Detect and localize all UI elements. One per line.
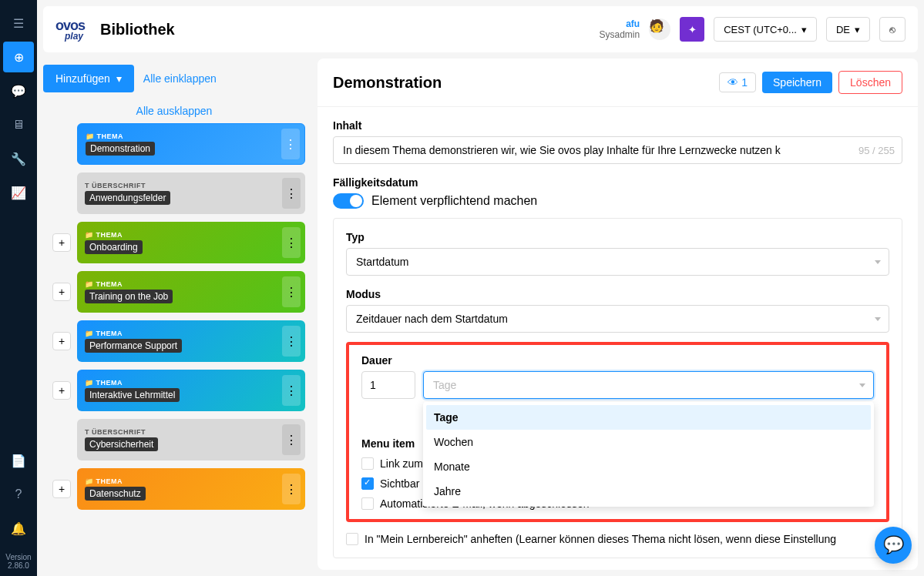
chat-fab[interactable]: 💬 — [875, 527, 912, 564]
duration-label: Dauer — [361, 354, 874, 367]
more-icon[interactable]: ⋮ — [281, 129, 300, 159]
detail-panel: Demonstration 👁 1 Speichern Löschen Inha… — [318, 59, 918, 570]
char-count: 95 / 255 — [858, 145, 895, 156]
tree-add-button[interactable]: + — [52, 480, 71, 498]
tree-item-label: Training on the Job — [85, 290, 173, 303]
sidebar-notify-icon[interactable]: 🔔 — [3, 513, 34, 544]
version-label: Version — [5, 553, 31, 561]
version-value: 2.86.0 — [5, 561, 31, 570]
logout-button[interactable]: ⎋ — [879, 17, 906, 42]
tree-add-button[interactable]: + — [52, 233, 71, 252]
page-title: Bibliothek — [100, 21, 175, 39]
pin-checkbox[interactable] — [346, 533, 358, 545]
more-icon[interactable]: ⋮ — [282, 178, 301, 209]
tree-add-button[interactable]: + — [52, 283, 71, 301]
folder-icon: 📁 THEMA — [86, 132, 297, 140]
eye-icon: 👁 — [727, 76, 738, 89]
mode-label: Modus — [346, 288, 889, 300]
topbar: ovos play Bibliothek afu Sysadmin 🧑 ✦ CE… — [43, 6, 918, 52]
views-badge[interactable]: 👁 1 — [719, 72, 756, 92]
heading-icon: T ÜBERSCHRIFT — [85, 182, 297, 189]
heading-icon: T ÜBERSCHRIFT — [85, 428, 297, 436]
mode-select[interactable]: Zeitdauer nach dem Startdatum — [346, 305, 889, 333]
type-label: Typ — [346, 231, 889, 243]
delete-button[interactable]: Löschen — [838, 71, 902, 94]
dropdown-option[interactable]: Jahre — [426, 479, 871, 504]
more-icon[interactable]: ⋮ — [282, 227, 301, 258]
tree-item-label: Performance Support — [85, 339, 182, 353]
content-input[interactable] — [333, 136, 902, 164]
more-icon[interactable]: ⋮ — [282, 474, 301, 504]
sidebar-add-icon[interactable]: ⊕ — [3, 42, 34, 72]
sidebar-chat-icon[interactable]: 💬 — [3, 75, 34, 106]
library-tree-panel: Hinzufügen▾ Alle einklappen Alle ausklap… — [43, 59, 305, 570]
magic-button[interactable]: ✦ — [680, 17, 704, 42]
dropdown-option[interactable]: Wochen — [426, 430, 871, 454]
more-icon[interactable]: ⋮ — [282, 424, 301, 455]
sidebar-menu-icon[interactable]: ☰ — [3, 8, 34, 39]
user-block: afu Sysadmin — [599, 18, 640, 40]
tree-item[interactable]: 📁 THEMAPerformance Support⋮ — [77, 320, 305, 362]
tree-item[interactable]: 📁 THEMADemonstration⋮ — [77, 123, 305, 165]
tree-item-label: Onboarding — [85, 240, 143, 254]
link-hub-checkbox[interactable] — [361, 457, 374, 470]
tree-item[interactable]: 📁 THEMADatenschutz⋮ — [77, 468, 305, 510]
tree-item[interactable]: 📁 THEMAOnboarding⋮ — [77, 222, 305, 263]
avatar[interactable]: 🧑 — [649, 18, 670, 40]
duration-unit-dropdown: TageWochenMonateJahre — [423, 402, 874, 507]
sidebar-help-icon[interactable]: ? — [3, 479, 34, 510]
tree-item[interactable]: 📁 THEMATraining on the Job⋮ — [77, 271, 305, 313]
folder-icon: 📁 THEMA — [85, 231, 297, 239]
chevron-down-icon: ▾ — [116, 72, 122, 85]
duedate-label: Fälligkeitsdatum — [333, 176, 902, 189]
sidebar-stats-icon[interactable]: 📈 — [3, 177, 34, 208]
tree-item-label: Interaktive Lehrmittel — [85, 388, 180, 402]
collapse-all-button[interactable]: Alle einklappen — [143, 72, 217, 85]
detail-title: Demonstration — [333, 74, 713, 92]
duration-number-input[interactable] — [361, 371, 415, 399]
folder-icon: 📁 THEMA — [85, 330, 297, 337]
content-label: Inhalt — [333, 119, 902, 132]
dropdown-option[interactable]: Monate — [426, 454, 871, 479]
duration-unit-select[interactable]: Tage — [423, 371, 874, 399]
mandatory-label: Element verpflichtend machen — [371, 194, 537, 208]
tree-item[interactable]: 📁 THEMAInteraktive Lehrmittel⋮ — [77, 370, 305, 411]
sidebar-doc-icon[interactable]: 📄 — [3, 445, 34, 476]
sidebar-display-icon[interactable]: 🖥 — [3, 109, 34, 140]
expand-all-button[interactable]: Alle ausklappen — [43, 105, 305, 117]
tree-item[interactable]: T ÜBERSCHRIFTCybersicherheit⋮ — [77, 419, 305, 460]
tree-add-button[interactable]: + — [52, 381, 71, 400]
sidebar-settings-icon[interactable]: 🔧 — [3, 143, 34, 174]
mandatory-toggle[interactable] — [333, 193, 364, 209]
save-button[interactable]: Speichern — [762, 72, 832, 93]
folder-icon: 📁 THEMA — [85, 379, 297, 387]
tree-item-label: Datenschutz — [85, 487, 146, 501]
tree-item-label: Cybersicherheit — [85, 437, 158, 451]
pin-label: In "Mein Lernbereich" anheften (Learner … — [365, 533, 836, 545]
logo: ovos play — [55, 18, 85, 42]
visible-label: Sichtbar — [380, 477, 419, 490]
tree-item-label: Anwendungsfelder — [85, 191, 170, 205]
add-button[interactable]: Hinzufügen▾ — [43, 65, 134, 92]
visible-checkbox[interactable] — [361, 477, 374, 490]
duration-highlight: Dauer Tage TageWochenMonateJahre Menu it… — [346, 342, 889, 522]
tree-item-label: Demonstration — [86, 142, 155, 156]
chevron-down-icon: ▾ — [801, 24, 807, 35]
dropdown-option[interactable]: Tage — [426, 405, 871, 430]
more-icon[interactable]: ⋮ — [282, 375, 301, 406]
main-sidebar: ☰ ⊕ 💬 🖥 🔧 📈 📄 ? 🔔 Version 2.86.0 — [0, 0, 37, 576]
auto-email-checkbox[interactable] — [361, 497, 374, 510]
timezone-select[interactable]: CEST (UTC+0...▾ — [714, 17, 817, 42]
tree-item[interactable]: T ÜBERSCHRIFTAnwendungsfelder⋮ — [77, 172, 305, 214]
folder-icon: 📁 THEMA — [85, 477, 297, 485]
chevron-down-icon: ▾ — [855, 24, 860, 35]
language-select[interactable]: DE▾ — [826, 17, 870, 42]
type-select[interactable]: Startdatum — [346, 248, 889, 276]
folder-icon: 📁 THEMA — [85, 280, 297, 288]
tree-add-button[interactable]: + — [52, 332, 71, 350]
more-icon[interactable]: ⋮ — [282, 276, 301, 307]
more-icon[interactable]: ⋮ — [282, 326, 301, 357]
